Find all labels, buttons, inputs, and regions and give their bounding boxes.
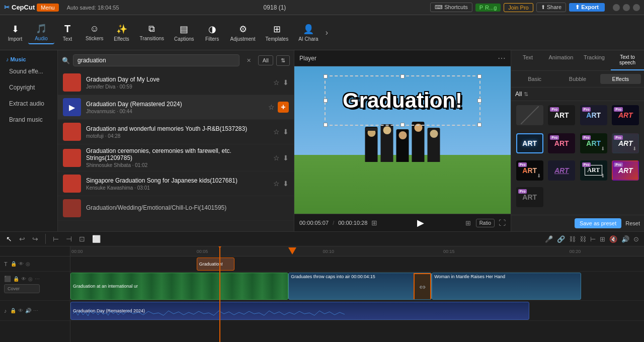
close-button[interactable] bbox=[633, 4, 640, 11]
tab-effects[interactable]: Text to speech bbox=[611, 50, 644, 70]
volume-button[interactable]: 🔊 bbox=[620, 234, 630, 244]
sidebar-item-copyright[interactable]: Copyright bbox=[3, 80, 54, 95]
toolbar-templates[interactable]: ⊞ Templates bbox=[261, 22, 294, 44]
toolbar-adjustment[interactable]: ⚙ Adjustment bbox=[225, 22, 261, 44]
mute-button[interactable]: 🔇 bbox=[608, 234, 618, 244]
text-track-visible[interactable]: 👁 bbox=[19, 261, 24, 267]
link2-button[interactable]: ⛓ bbox=[568, 234, 577, 244]
maximize-button[interactable] bbox=[623, 4, 630, 11]
audio-track-item-selected[interactable]: ▶ Graduation Day (Remastered 2024) Jhova… bbox=[58, 95, 294, 120]
video-track-solo[interactable]: ◎ bbox=[28, 276, 33, 282]
audio-track-item-6[interactable]: Graduation/Wedding/Emotional/Chill-Lo-Fi… bbox=[58, 196, 294, 221]
audio-clip[interactable]: Graduation Day (Remastered 2024) bbox=[70, 302, 529, 320]
toolbar-captions[interactable]: ▤ Captions bbox=[169, 22, 199, 44]
split-left-button[interactable]: ⊢ bbox=[51, 234, 61, 244]
clear-search-button[interactable]: ✕ bbox=[243, 56, 255, 65]
fullscreen-button[interactable]: ⛶ bbox=[499, 219, 506, 227]
video-clip-3[interactable]: Woman in Mantle Raises Her Hand bbox=[432, 273, 581, 300]
toolbar-transitions[interactable]: ⧉ Transitions bbox=[135, 22, 170, 43]
audio-track-lock[interactable]: 🔒 bbox=[10, 308, 16, 313]
toolbar-effects[interactable]: ✨ Effects bbox=[109, 22, 135, 44]
align-center-button[interactable]: ⊢ bbox=[589, 234, 597, 244]
share-button[interactable]: ⬆ Share bbox=[536, 3, 566, 12]
toolbar-text[interactable]: T Text bbox=[54, 21, 80, 44]
minimize-button[interactable] bbox=[613, 4, 620, 11]
timeline-playhead[interactable] bbox=[219, 246, 220, 342]
rang-button[interactable]: P R...g bbox=[475, 4, 501, 12]
audio-track-item-5[interactable]: Singapore Graduation Song for Japanese k… bbox=[58, 172, 294, 196]
effect-art-3[interactable]: Pro ART bbox=[611, 105, 640, 130]
video-clip-2[interactable]: Graduates throw caps into air 00:00:04:1… bbox=[288, 273, 432, 300]
download-button[interactable]: ⬇ bbox=[283, 78, 289, 87]
reset-button[interactable]: Reset bbox=[625, 220, 640, 226]
unlink-button[interactable]: ⛓ bbox=[579, 234, 587, 244]
favorite-button-2[interactable]: ☆ bbox=[268, 103, 275, 111]
toolbar-ai-chara[interactable]: 👤 AI Chara bbox=[293, 22, 323, 44]
effect-art-11[interactable]: Pro ART bbox=[611, 160, 640, 184]
effect-art-12[interactable]: Pro ART bbox=[515, 187, 544, 211]
audio-track-item-3[interactable]: Graduation and wonderful memories Youth … bbox=[58, 120, 294, 144]
favorite-button-5[interactable]: ☆ bbox=[273, 180, 280, 188]
play-button[interactable]: ▶ bbox=[417, 217, 424, 228]
subtab-basic[interactable]: Basic bbox=[514, 74, 555, 84]
grid-view-button[interactable]: ⊞ bbox=[371, 219, 377, 227]
text-track-lock[interactable]: 🔒 bbox=[11, 261, 17, 267]
effect-art-7[interactable]: Pro ART ⬇ bbox=[611, 133, 640, 157]
effect-art-1[interactable]: Pro ART bbox=[547, 105, 577, 130]
video-track-more[interactable]: ⋯ bbox=[35, 276, 40, 282]
sidebar-item-sound-effects[interactable]: Sound effe... bbox=[3, 64, 54, 79]
effect-art-9[interactable]: ART bbox=[547, 160, 577, 184]
toolbar-more-button[interactable]: › bbox=[324, 26, 330, 39]
export-button[interactable]: ⬆ Export bbox=[569, 3, 605, 12]
video-clip-1[interactable]: Graduation at an international ur bbox=[70, 273, 288, 300]
video-track-visible[interactable]: 👁 bbox=[21, 276, 26, 282]
favorite-button[interactable]: ☆ bbox=[273, 78, 280, 87]
effect-none[interactable] bbox=[515, 105, 544, 130]
save-preset-button[interactable]: Save as preset bbox=[575, 218, 621, 228]
shortcuts-button[interactable]: ⌨ Shortcuts bbox=[430, 3, 472, 12]
expand-button[interactable]: ⊞ bbox=[599, 234, 606, 244]
effect-art-4-selected[interactable]: ART bbox=[515, 133, 544, 157]
audio-track-item-4[interactable]: Graduation ceremonies, ceremonies with f… bbox=[58, 144, 294, 172]
filter-all-button[interactable]: All bbox=[258, 55, 273, 65]
video-track-lock[interactable]: 🔒 bbox=[13, 276, 19, 282]
tab-animation[interactable]: Animation bbox=[544, 50, 578, 70]
download-button-3[interactable]: ⬇ bbox=[283, 128, 289, 136]
zoom-fit-button[interactable]: ⊙ bbox=[632, 234, 640, 244]
favorite-button-4[interactable]: ☆ bbox=[273, 154, 280, 162]
filter-sort-button[interactable]: ⇅ bbox=[524, 91, 528, 98]
toolbar-audio[interactable]: 🎵 Audio bbox=[28, 21, 54, 44]
effect-art-10[interactable]: Pro ART ⬇ bbox=[579, 160, 608, 184]
subtab-effects[interactable]: Effects bbox=[600, 74, 641, 84]
sidebar-item-brand-music[interactable]: Brand music bbox=[3, 112, 54, 127]
effect-art-5[interactable]: Pro ART bbox=[547, 133, 577, 157]
crop-button[interactable]: ⊞ bbox=[464, 218, 472, 228]
text-track-solo[interactable]: ◎ bbox=[26, 261, 30, 267]
cover-label-area[interactable]: Cover bbox=[4, 284, 40, 293]
mic-button[interactable]: 🎤 bbox=[544, 234, 554, 244]
select-tool-button[interactable]: ↖ bbox=[4, 234, 14, 244]
subtab-bubble[interactable]: Bubble bbox=[557, 74, 598, 84]
split-right-button[interactable]: ⊣ bbox=[64, 234, 74, 244]
link-button[interactable]: 🔗 bbox=[556, 234, 566, 244]
audio-track-more[interactable]: ⋯ bbox=[33, 308, 38, 313]
tab-text[interactable]: Text bbox=[511, 50, 544, 70]
tab-tracking[interactable]: Tracking bbox=[578, 50, 611, 70]
text-clip-graduation[interactable]: Graduation! bbox=[197, 258, 234, 271]
trim-button[interactable]: ⊡ bbox=[77, 234, 87, 244]
add-audio-button-selected[interactable]: + bbox=[278, 102, 289, 113]
menu-button[interactable]: Menu bbox=[37, 4, 59, 12]
join-pro-button[interactable]: Join Pro bbox=[504, 3, 533, 12]
toolbar-import[interactable]: ⬇ Import bbox=[2, 22, 28, 44]
delete-clip-button[interactable]: ⬜ bbox=[90, 234, 103, 244]
undo-button[interactable]: ↩ bbox=[17, 234, 27, 244]
sidebar-item-extract-audio[interactable]: Extract audio bbox=[3, 96, 54, 111]
download-button-5[interactable]: ⬇ bbox=[283, 180, 289, 188]
sort-button[interactable]: ⇅ bbox=[276, 55, 290, 66]
effect-art-6[interactable]: Pro ART ⬇ bbox=[579, 133, 608, 157]
effect-art-8[interactable]: Pro ART ⬇ bbox=[515, 160, 544, 184]
effect-art-2[interactable]: Pro ART bbox=[579, 105, 608, 130]
redo-button[interactable]: ↪ bbox=[30, 234, 40, 244]
favorite-button-3[interactable]: ☆ bbox=[273, 128, 280, 136]
audio-track-visible[interactable]: 👁 bbox=[18, 308, 23, 313]
